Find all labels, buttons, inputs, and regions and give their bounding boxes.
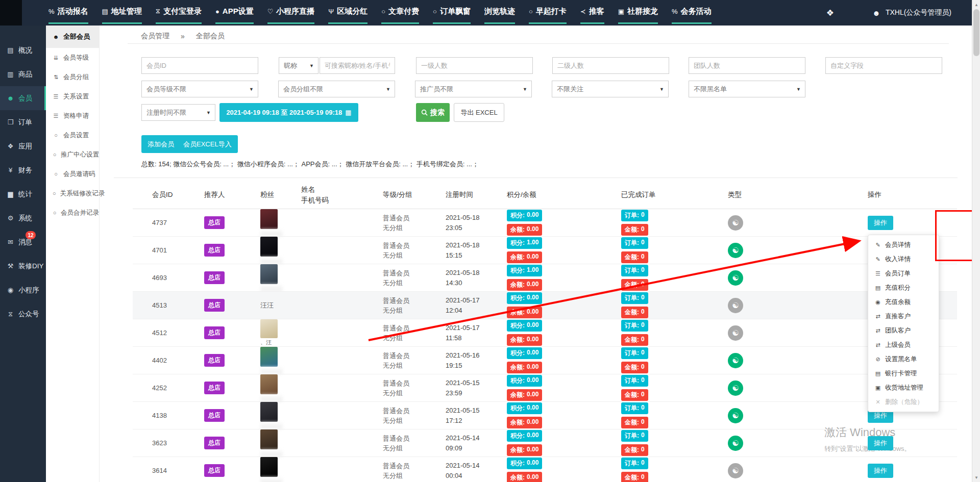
users-icon: ☻ bbox=[53, 34, 59, 40]
submenu-item-invite-code[interactable]: ○会员邀请码 bbox=[46, 164, 99, 184]
submenu-item-member-group[interactable]: ⇅会员分组 bbox=[46, 67, 99, 87]
nav-item-paid-articles[interactable]: ○文章付费 bbox=[381, 0, 419, 24]
dropdown-item-delete[interactable]: ✕删除（危险） bbox=[868, 395, 939, 409]
level2-count-input[interactable] bbox=[552, 57, 669, 74]
excel-import-button[interactable]: 会员EXCEL导入 bbox=[177, 135, 238, 153]
delete-icon: ✕ bbox=[874, 399, 881, 405]
sidebar-item-members[interactable]: ☻会员 bbox=[0, 86, 46, 110]
nav-item-address-manage[interactable]: ▤地址管理 bbox=[102, 0, 142, 24]
sidebar-item-label: 应用 bbox=[18, 142, 32, 151]
nav-item-app-settings[interactable]: ●APP设置 bbox=[215, 0, 254, 24]
submenu-item-member-settings[interactable]: ○会员设置 bbox=[46, 125, 99, 145]
submenu-item-label: 会员分组 bbox=[63, 73, 89, 82]
scroll-down-icon[interactable]: ▼ bbox=[972, 473, 980, 481]
dropdown-item-upper-member[interactable]: ⇄上级会员 bbox=[868, 338, 939, 352]
submenu-item-qualification[interactable]: ☰资格申请 bbox=[46, 106, 99, 125]
nav-item-browse-track[interactable]: 浏览轨迹 bbox=[484, 0, 515, 24]
scroll-up-icon[interactable]: ▲ bbox=[972, 1, 980, 9]
nav-item-miniprogram-live[interactable]: ♡小程序直播 bbox=[267, 0, 315, 24]
dropdown-item-member-detail[interactable]: ✎会员详情 bbox=[868, 238, 939, 252]
register-time-select[interactable]: 注册时间不限 ▼ bbox=[141, 104, 215, 121]
breadcrumb-section[interactable]: 会员管理 bbox=[141, 32, 169, 41]
sidebar-item-overview[interactable]: ▤概况 bbox=[0, 38, 46, 62]
sidebar-item-decorate-diy[interactable]: ⚒装修DIY bbox=[0, 254, 46, 278]
promoter-select[interactable]: 推广员不限▼ bbox=[415, 81, 532, 97]
row-action-button[interactable]: 操作 bbox=[868, 436, 893, 450]
circle-icon: ○ bbox=[381, 8, 385, 15]
user-menu[interactable]: ☻ TXHL(公众号管理员) bbox=[872, 0, 951, 26]
nav-item-order-popup[interactable]: ○订单飘窗 bbox=[433, 0, 471, 24]
submenu-item-relation-settings[interactable]: ☰关系设置 bbox=[46, 87, 99, 106]
dropdown-item-label: 上级会员 bbox=[885, 341, 911, 349]
scrollbar-thumb[interactable] bbox=[973, 9, 979, 56]
date-range-button[interactable]: 2021-04-19 09:18 至 2021-05-19 09:18 ▦ bbox=[219, 103, 358, 122]
sidebar-item-messages[interactable]: ✉消息12 bbox=[0, 230, 46, 254]
search-button[interactable]: 搜索 bbox=[416, 103, 450, 122]
column-header-label: 积分/余额 bbox=[507, 190, 536, 199]
level1-count-input[interactable] bbox=[416, 57, 533, 74]
register-date: 2021-05-18 bbox=[446, 213, 480, 223]
sidebar-item-system[interactable]: ⚙系统 bbox=[0, 206, 46, 230]
cell-points-balance: 积分:0.00余额:0.00 bbox=[503, 402, 602, 429]
submenu-item-merge-log[interactable]: ○会员合并记录 bbox=[46, 203, 99, 222]
nickname-type-select[interactable]: 昵称 ▼ bbox=[279, 57, 318, 74]
member-id-input[interactable] bbox=[141, 57, 258, 74]
dropdown-item-shipping-address[interactable]: ▣收货地址管理 bbox=[868, 380, 939, 395]
team-count-input[interactable] bbox=[689, 57, 805, 74]
divider bbox=[128, 43, 949, 44]
dropdown-item-income-detail[interactable]: ✎收入详情 bbox=[868, 252, 939, 266]
member-id: 4513 bbox=[152, 301, 167, 309]
cell-type: ☯ bbox=[715, 457, 817, 482]
grid-icon[interactable]: ❖ bbox=[826, 8, 834, 18]
dropdown-item-direct-customers[interactable]: ⇄直推客户 bbox=[868, 309, 939, 323]
column-header: 操作 bbox=[817, 181, 957, 209]
row-action-button[interactable]: 操作 bbox=[868, 464, 893, 478]
page-scrollbar[interactable]: ▲ ▼ bbox=[972, 0, 980, 482]
member-level-select[interactable]: 会员等级不限▼ bbox=[141, 81, 258, 97]
wechat-type-icon: ☯ bbox=[728, 463, 743, 478]
follow-select[interactable]: 不限关注▼ bbox=[552, 81, 669, 97]
member-id: 3614 bbox=[152, 467, 167, 474]
submenu-item-relation-log[interactable]: ○关系链修改记录 bbox=[46, 184, 99, 203]
cell-register-time: 2021-05-1400:04 bbox=[436, 457, 503, 482]
column-header: 类型 bbox=[715, 181, 817, 209]
nav-item-tuike[interactable]: ≺推客 bbox=[580, 0, 604, 24]
row-action-button[interactable]: 操作 bbox=[868, 216, 893, 230]
nav-item-region-dividend[interactable]: Ψ区域分红 bbox=[328, 0, 368, 24]
row-actions-dropdown: ✎会员详情✎收入详情☰会员订单▤充值积分◉充值余额⇄直推客户⇄团队客户⇄上级会员… bbox=[868, 235, 939, 412]
sidebar-item-stats[interactable]: ▆统计 bbox=[0, 182, 46, 206]
nickname-search-input[interactable] bbox=[320, 57, 395, 74]
exchange-icon: ⇄ bbox=[874, 313, 881, 320]
sidebar-item-goods[interactable]: ▥商品 bbox=[0, 62, 46, 86]
add-member-button[interactable]: 添加会员 bbox=[141, 135, 180, 153]
sidebar-item-apps[interactable]: ❖应用 bbox=[0, 134, 46, 158]
dropdown-item-recharge-points[interactable]: ▤充值积分 bbox=[868, 281, 939, 295]
dropdown-item-team-customers[interactable]: ⇄团队客户 bbox=[868, 323, 939, 338]
sidebar-item-finance[interactable]: ¥财务 bbox=[0, 158, 46, 182]
sidebar-item-orders[interactable]: ❒订单 bbox=[0, 110, 46, 134]
cell-level-group: 普通会员无分组 bbox=[370, 264, 436, 291]
sidebar-item-miniprogram[interactable]: ◉小程序 bbox=[0, 278, 46, 302]
submenu-item-all-members[interactable]: ☻全部会员 bbox=[46, 26, 99, 48]
custom-field-input[interactable] bbox=[825, 57, 942, 74]
cell-member-id: 4252 bbox=[133, 374, 199, 401]
submenu-item-promotion-center[interactable]: ○推广中心设置 bbox=[46, 145, 99, 164]
amount-badge: 金额:0 bbox=[621, 362, 648, 373]
sidebar-item-official-account[interactable]: ⧖公众号 bbox=[0, 302, 46, 326]
dropdown-item-set-blacklist[interactable]: ⊘设置黑名单 bbox=[868, 352, 939, 366]
cell-referrer: 总店 bbox=[199, 292, 255, 319]
dropdown-item-bank-card[interactable]: ▤银行卡管理 bbox=[868, 366, 939, 380]
nav-item-group-chain[interactable]: ▣社群接龙 bbox=[618, 0, 658, 24]
table-row: 4512总店、汪普通会员无分组2021-05-1711:58积分:0.00余额:… bbox=[133, 319, 957, 347]
nav-item-conference[interactable]: %会务活动 bbox=[672, 0, 712, 24]
blacklist-select[interactable]: 不限黑名单▼ bbox=[689, 81, 805, 97]
dropdown-item-member-orders[interactable]: ☰会员订单 bbox=[868, 266, 939, 281]
nav-item-activity-signup[interactable]: %活动报名 bbox=[48, 0, 88, 24]
nav-item-alipay-login[interactable]: ⧖支付宝登录 bbox=[156, 0, 202, 24]
export-excel-button[interactable]: 导出 EXCEL bbox=[454, 103, 504, 122]
nav-item-early-checkin[interactable]: ○早起打卡 bbox=[529, 0, 567, 24]
member-group-select[interactable]: 会员分组不限▼ bbox=[278, 81, 395, 97]
dropdown-item-recharge-balance[interactable]: ◉充值余额 bbox=[868, 295, 939, 309]
wechat-type-icon: ☯ bbox=[728, 380, 743, 396]
submenu-item-member-level[interactable]: ⇊会员等级 bbox=[46, 48, 99, 67]
